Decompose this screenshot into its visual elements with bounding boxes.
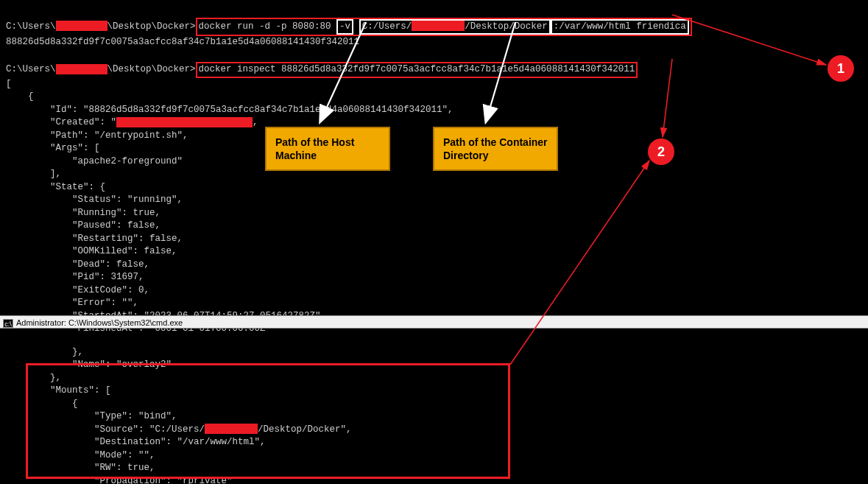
redacted-created (116, 117, 253, 127)
callout-container-path: Path of the Container Directory (433, 127, 558, 171)
prompt-line-2: C:\Users\\Desktop\Docker>docker inspect … (6, 64, 638, 74)
window-title: Administrator: C:\Windows\System32\cmd.e… (16, 318, 183, 327)
window-titlebar[interactable]: c:\Administrator: C:\Windows\System32\cm… (0, 315, 868, 329)
redacted-user (56, 21, 107, 31)
redacted-user2 (412, 21, 465, 31)
callout-host-path: Path of the Host Machine (265, 127, 390, 171)
json-args: "Args": [ (6, 143, 100, 153)
badge-2-text: 2 (657, 144, 665, 160)
json-created: "Created": ", (6, 117, 258, 127)
callout-container-path-text: Path of the Container Directory (443, 136, 548, 161)
json-name: "Name": "overlay2" (6, 360, 172, 370)
json-running: "Running": true, (6, 208, 160, 218)
json-type: "Type": "bind", (6, 411, 177, 421)
cmd2-box: docker inspect 88826d5d8a332fd9f7c0075a3… (196, 62, 638, 78)
json-rw: "RW": true, (6, 463, 155, 473)
json-prop: "Propagation": "rprivate" (6, 476, 233, 485)
json-mounts: "Mounts": [ (6, 385, 111, 396)
cmd1-box: docker run -d -p 8080:80 -v C:/Users//De… (196, 18, 692, 37)
json-dead: "Dead": false, (6, 259, 149, 270)
badge-1-text: 1 (837, 61, 844, 77)
json-id: "Id": "88826d5d8a332fd9f7c0075a3acfcc8af… (6, 105, 454, 115)
json-restarting: "Restarting": false, (6, 234, 183, 244)
json-dest: "Destination": "/var/www/html", (6, 437, 266, 447)
json-closebrace: }, (6, 347, 83, 357)
json-args1: "apache2-foreground" (6, 156, 183, 166)
badge-1: 1 (828, 55, 854, 82)
json-mode: "Mode": "", (6, 450, 155, 460)
json-open: [ (6, 79, 12, 89)
json-brace1: { (6, 91, 34, 102)
terminal-lower: }, "Name": "overlay2" }, "Mounts": [ { "… (0, 329, 868, 484)
v-flag-box: -v (336, 19, 353, 35)
json-path: "Path": "/entrypoint.sh", (6, 130, 188, 141)
json-mbrace: { (6, 399, 78, 409)
host-path-box: C:/Users//Desktop/Docker (359, 19, 551, 35)
json-error: "Error": "", (6, 298, 138, 308)
json-paused: "Paused": false, (6, 220, 160, 231)
json-status: "Status": "running", (6, 194, 183, 205)
container-path-box: :/var/www/html friendica (551, 19, 689, 35)
redacted-user3 (56, 64, 107, 74)
badge-2: 2 (648, 138, 674, 165)
prompt-line-1: C:\Users\\Desktop\Docker>docker run -d -… (6, 21, 692, 32)
json-close2: }, (6, 373, 61, 383)
cmd-icon: c:\ (3, 319, 13, 328)
json-args-close: ], (6, 169, 61, 179)
json-pid: "Pid": 31697, (6, 272, 144, 282)
json-state: "State": { (6, 182, 105, 192)
callout-host-path-text: Path of the Host Machine (275, 136, 354, 161)
json-source: "Source": "C:/Users//Desktop/Docker", (6, 424, 352, 435)
redacted-source (205, 424, 258, 434)
json-oom: "OOMKilled": false, (6, 246, 177, 256)
json-exit: "ExitCode": 0, (6, 285, 149, 295)
cmd1-output: 88826d5d8a332fd9f7c0075a3acfcc8af34c7b1a… (6, 37, 359, 47)
